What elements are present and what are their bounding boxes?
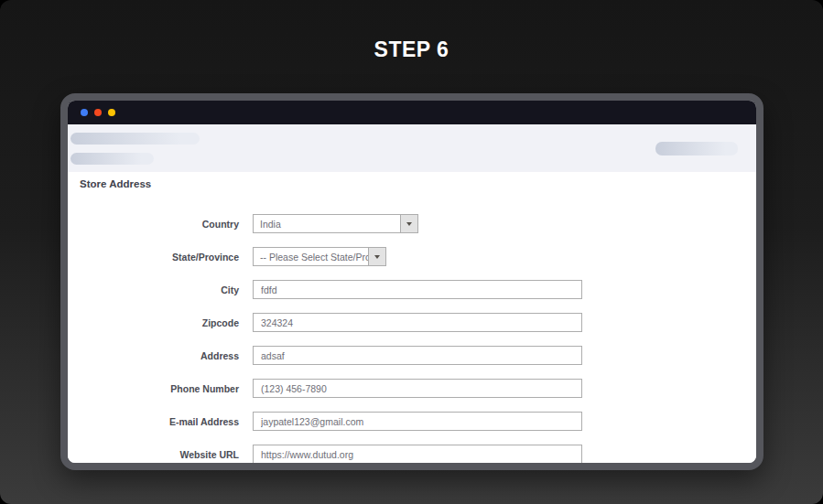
page-header-skeleton [68, 124, 756, 172]
zipcode-input[interactable] [253, 313, 582, 332]
address-control-cell [253, 346, 582, 365]
website-url-control-cell [253, 445, 582, 463]
window-control-red-icon[interactable] [94, 109, 102, 116]
country-label: Country [68, 219, 239, 230]
e-mail-address-input[interactable] [253, 412, 582, 431]
skeleton-bar-title [70, 133, 200, 145]
city-control-cell [253, 280, 582, 299]
browser-window: Store Address CountryIndiaState/Province… [60, 93, 763, 470]
caret-down-icon [374, 255, 380, 259]
window-control-blue-icon[interactable] [81, 109, 88, 116]
address-label: Address [68, 350, 239, 361]
window-control-yellow-icon[interactable] [108, 109, 115, 116]
state-province-label: State/Province [68, 252, 239, 263]
city-input[interactable] [253, 280, 582, 299]
e-mail-address-label: E-mail Address [68, 416, 239, 427]
skeleton-bar-subtitle [70, 153, 154, 165]
state-province-select[interactable]: -- Please Select State/Province-- [253, 247, 386, 266]
form-row-state-province: State/Province-- Please Select State/Pro… [68, 247, 756, 266]
website-url-input[interactable] [253, 445, 582, 463]
form-row-country: CountryIndia [68, 214, 756, 233]
country-select[interactable]: India [253, 214, 418, 233]
e-mail-address-control-cell [253, 412, 582, 431]
country-selected-value: India [254, 215, 400, 232]
form-row-zipcode: Zipcode [68, 313, 756, 332]
phone-number-control-cell [253, 379, 582, 398]
state-province-selected-value: -- Please Select State/Province-- [254, 248, 368, 265]
dropdown-arrow-icon[interactable] [368, 248, 385, 265]
form-row-website-url: Website URL [68, 445, 756, 463]
caret-down-icon [406, 222, 412, 226]
skeleton-bar-action [655, 142, 738, 155]
country-control-cell: India [253, 214, 418, 233]
form-row-address: Address [68, 346, 756, 365]
website-url-label: Website URL [68, 449, 239, 460]
phone-number-input[interactable] [253, 379, 582, 398]
zipcode-control-cell [253, 313, 582, 332]
address-input[interactable] [253, 346, 582, 365]
window-titlebar [68, 101, 756, 124]
form-row-city: City [68, 280, 756, 299]
phone-number-label: Phone Number [68, 383, 239, 394]
zipcode-label: Zipcode [68, 317, 239, 328]
store-address-section: Store Address CountryIndiaState/Province… [68, 172, 756, 463]
step-title: STEP 6 [0, 38, 823, 62]
form-row-phone-number: Phone Number [68, 379, 756, 398]
form-row-e-mail-address: E-mail Address [68, 412, 756, 431]
form-rows: CountryIndiaState/Province-- Please Sele… [68, 214, 756, 463]
dropdown-arrow-icon[interactable] [400, 215, 417, 232]
state-province-control-cell: -- Please Select State/Province-- [253, 247, 386, 266]
section-heading: Store Address [80, 178, 756, 189]
screenshot-background: STEP 6 Store Address CountryIndiaState/P… [0, 0, 823, 504]
city-label: City [68, 284, 239, 295]
